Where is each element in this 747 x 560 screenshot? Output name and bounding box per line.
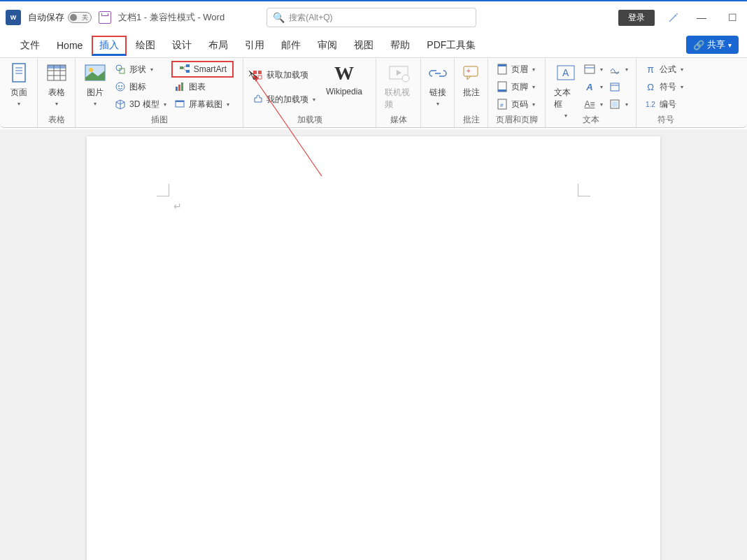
svg-point-0 bbox=[676, 13, 678, 15]
maximize-button[interactable]: ☐ bbox=[723, 12, 741, 23]
minimize-button[interactable]: — bbox=[692, 12, 711, 23]
menu-home[interactable]: Home bbox=[49, 37, 90, 54]
menu-mailings[interactable]: 邮件 bbox=[273, 36, 308, 55]
svg-rect-1 bbox=[13, 64, 25, 82]
menu-review[interactable]: 审阅 bbox=[310, 36, 345, 55]
svg-rect-40 bbox=[498, 89, 506, 92]
login-button[interactable]: 登录 bbox=[618, 10, 655, 26]
date-icon bbox=[609, 80, 621, 93]
menu-layout[interactable]: 布局 bbox=[201, 36, 236, 55]
svg-line-21 bbox=[183, 66, 186, 68]
group-addins: 获取加载项 我的加载项▾ W Wikipedia 加载项 bbox=[243, 58, 376, 127]
get-addins-button[interactable]: 获取加载项 bbox=[249, 66, 318, 83]
signature-icon bbox=[609, 63, 621, 76]
link-icon bbox=[427, 62, 449, 85]
links-button[interactable]: 链接 ▾ bbox=[424, 61, 452, 108]
picture-button[interactable]: 图片 ▾ bbox=[81, 61, 109, 108]
chevron-down-icon: ▾ bbox=[55, 101, 58, 107]
menu-pdf-tools[interactable]: PDF工具集 bbox=[419, 36, 483, 55]
signature-button[interactable]: ▾ bbox=[606, 61, 630, 78]
autosave-control[interactable]: 自动保存 关 bbox=[28, 11, 92, 24]
object-button[interactable]: ▾ bbox=[606, 96, 630, 113]
number-button[interactable]: 1.2编号 bbox=[642, 96, 685, 113]
svg-rect-18 bbox=[180, 66, 183, 69]
autosave-toggle-icon[interactable]: 关 bbox=[68, 12, 92, 23]
svg-rect-38 bbox=[498, 64, 506, 66]
wordart-button[interactable]: A▾ bbox=[581, 78, 605, 95]
cube-icon bbox=[114, 98, 127, 110]
menu-bar: 文件 Home 插入 绘图 设计 布局 引用 邮件 审阅 视图 帮助 PDF工具… bbox=[0, 34, 747, 58]
wordart-icon: A bbox=[583, 80, 596, 93]
smartart-button[interactable]: SmartArt bbox=[171, 61, 234, 78]
search-input[interactable]: 🔍 搜索(Alt+Q) bbox=[266, 8, 476, 27]
menu-draw[interactable]: 绘图 bbox=[128, 36, 163, 55]
group-comments: + 批注 批注 bbox=[455, 58, 488, 127]
dropcap-button[interactable]: A≡▾ bbox=[581, 96, 605, 113]
svg-rect-51 bbox=[612, 101, 618, 107]
document-area: ↵ bbox=[0, 129, 747, 560]
document-title: 文档1 - 兼容性模式 - Word bbox=[118, 11, 225, 24]
group-text: A 文本框 ▾ ▾ A▾ A≡▾ ▾ ▾ 文本 bbox=[546, 58, 636, 127]
icons-button[interactable]: 图标 bbox=[112, 78, 169, 95]
shapes-button[interactable]: 形状▾ bbox=[112, 61, 169, 78]
share-button[interactable]: 🔗 共享 ▾ bbox=[686, 36, 739, 54]
chevron-down-icon: ▾ bbox=[600, 84, 603, 90]
number-icon: 1.2 bbox=[644, 98, 657, 110]
textbox-icon: A bbox=[555, 62, 577, 85]
3d-model-button[interactable]: 3D 模型▾ bbox=[112, 96, 169, 113]
menu-references[interactable]: 引用 bbox=[237, 36, 272, 55]
menu-design[interactable]: 设计 bbox=[164, 36, 199, 55]
symbol-button[interactable]: Ω符号▾ bbox=[642, 78, 685, 95]
svg-rect-10 bbox=[48, 65, 66, 69]
datetime-button[interactable] bbox=[606, 78, 630, 95]
picture-icon bbox=[84, 62, 106, 85]
save-icon[interactable] bbox=[99, 11, 111, 24]
group-tables: 表格 ▾ 表格 bbox=[38, 58, 76, 127]
wikipedia-button[interactable]: W Wikipedia bbox=[323, 61, 365, 98]
shapes-icon bbox=[114, 63, 127, 76]
comment-button[interactable]: + 批注 bbox=[457, 61, 485, 100]
title-bar: W 自动保存 关 文档1 - 兼容性模式 - Word 🔍 搜索(Alt+Q) … bbox=[0, 1, 747, 34]
header-button[interactable]: 页眉▾ bbox=[494, 61, 537, 78]
svg-rect-20 bbox=[186, 70, 190, 73]
table-button[interactable]: 表格 ▾ bbox=[43, 61, 71, 108]
menu-help[interactable]: 帮助 bbox=[383, 36, 418, 55]
menu-file[interactable]: 文件 bbox=[13, 36, 48, 55]
textbox-button[interactable]: A 文本框 ▾ bbox=[551, 61, 580, 120]
footer-button[interactable]: 页脚▾ bbox=[494, 78, 537, 95]
menu-view[interactable]: 视图 bbox=[346, 36, 381, 55]
page-button[interactable]: 页面 ▾ bbox=[5, 61, 33, 108]
chevron-down-icon: ▾ bbox=[313, 96, 315, 103]
chevron-down-icon: ▾ bbox=[532, 66, 535, 73]
screenshot-button[interactable]: 屏幕截图▾ bbox=[171, 96, 234, 113]
svg-point-34 bbox=[402, 75, 409, 82]
equation-icon: π bbox=[644, 63, 657, 76]
chevron-down-icon: ▾ bbox=[600, 66, 603, 73]
symbol-icon: Ω bbox=[644, 80, 657, 93]
svg-rect-14 bbox=[120, 69, 124, 73]
group-page: 页面 ▾ bbox=[0, 58, 38, 127]
appearance-icon[interactable] bbox=[667, 11, 680, 24]
svg-rect-23 bbox=[176, 87, 178, 91]
screenshot-icon bbox=[173, 98, 186, 110]
svg-point-13 bbox=[116, 65, 122, 71]
chart-button[interactable]: 图表 bbox=[171, 78, 234, 95]
icons-icon bbox=[114, 80, 127, 93]
my-addins-button[interactable]: 我的加载项▾ bbox=[249, 91, 318, 108]
wikipedia-icon: W bbox=[333, 62, 355, 85]
page-number-button[interactable]: #页码▾ bbox=[494, 96, 537, 113]
svg-rect-28 bbox=[253, 71, 257, 74]
group-label: 批注 bbox=[455, 114, 488, 126]
quickparts-button[interactable]: ▾ bbox=[581, 61, 605, 78]
menu-insert[interactable]: 插入 bbox=[92, 36, 127, 56]
group-label: 加载项 bbox=[243, 114, 376, 126]
chevron-down-icon: ▾ bbox=[164, 101, 166, 108]
parts-icon bbox=[583, 63, 596, 76]
group-label: 符号 bbox=[636, 114, 695, 126]
chevron-down-icon: ▾ bbox=[728, 41, 732, 49]
group-symbols: π公式▾ Ω符号▾ 1.2编号 符号 bbox=[636, 58, 695, 127]
document-page[interactable]: ↵ bbox=[87, 136, 660, 560]
addins-icon bbox=[251, 93, 264, 106]
chart-icon bbox=[173, 80, 186, 93]
equation-button[interactable]: π公式▾ bbox=[642, 61, 685, 78]
